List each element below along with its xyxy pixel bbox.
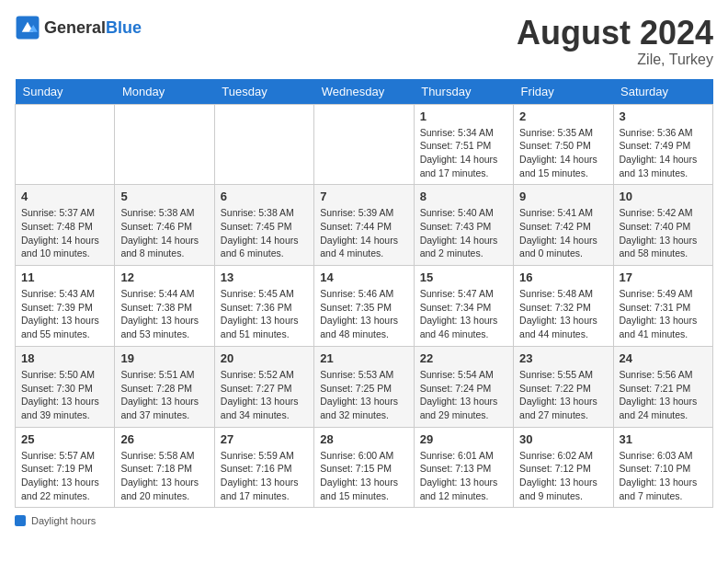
calendar-cell: 10Sunrise: 5:42 AM Sunset: 7:40 PM Dayli…	[613, 185, 712, 266]
calendar-cell: 17Sunrise: 5:49 AM Sunset: 7:31 PM Dayli…	[613, 266, 712, 347]
day-info: Sunrise: 5:35 AM Sunset: 7:50 PM Dayligh…	[519, 126, 607, 180]
day-info: Sunrise: 5:43 AM Sunset: 7:39 PM Dayligh…	[21, 287, 108, 341]
day-number: 11	[21, 270, 108, 284]
calendar-week-row: 4Sunrise: 5:37 AM Sunset: 7:48 PM Daylig…	[16, 185, 713, 266]
day-info: Sunrise: 5:41 AM Sunset: 7:42 PM Dayligh…	[519, 206, 607, 260]
calendar-cell: 9Sunrise: 5:41 AM Sunset: 7:42 PM Daylig…	[514, 185, 613, 266]
calendar-cell	[214, 104, 313, 185]
calendar-cell: 30Sunrise: 6:02 AM Sunset: 7:12 PM Dayli…	[514, 427, 613, 508]
calendar-cell: 16Sunrise: 5:48 AM Sunset: 7:32 PM Dayli…	[514, 266, 613, 347]
day-number: 10	[620, 190, 707, 203]
calendar-cell: 7Sunrise: 5:39 AM Sunset: 7:44 PM Daylig…	[314, 185, 414, 266]
weekday-header: Saturday	[613, 79, 712, 105]
header-row: SundayMondayTuesdayWednesdayThursdayFrid…	[16, 79, 713, 105]
calendar-week-row: 18Sunrise: 5:50 AM Sunset: 7:30 PM Dayli…	[16, 346, 713, 427]
day-number: 2	[519, 109, 607, 123]
calendar-cell: 28Sunrise: 6:00 AM Sunset: 7:15 PM Dayli…	[314, 427, 414, 508]
calendar-cell: 14Sunrise: 5:46 AM Sunset: 7:35 PM Dayli…	[314, 266, 414, 347]
day-info: Sunrise: 5:54 AM Sunset: 7:24 PM Dayligh…	[420, 368, 507, 422]
day-info: Sunrise: 5:34 AM Sunset: 7:51 PM Dayligh…	[420, 126, 507, 180]
logo-general: General	[44, 18, 106, 37]
location: Zile, Turkey	[517, 52, 713, 68]
day-number: 21	[320, 351, 407, 365]
footer: Daylight hours	[15, 515, 713, 526]
weekday-header: Thursday	[414, 79, 513, 105]
weekday-header: Friday	[514, 79, 613, 105]
calendar-cell: 11Sunrise: 5:43 AM Sunset: 7:39 PM Dayli…	[16, 266, 115, 347]
day-number: 23	[519, 351, 607, 365]
day-info: Sunrise: 5:51 AM Sunset: 7:28 PM Dayligh…	[120, 368, 208, 422]
day-number: 17	[620, 270, 707, 284]
day-number: 15	[420, 270, 507, 284]
day-info: Sunrise: 6:03 AM Sunset: 7:10 PM Dayligh…	[620, 449, 707, 503]
day-info: Sunrise: 5:50 AM Sunset: 7:30 PM Dayligh…	[21, 368, 108, 422]
calendar-cell: 2Sunrise: 5:35 AM Sunset: 7:50 PM Daylig…	[514, 104, 613, 185]
weekday-header: Wednesday	[314, 79, 414, 105]
day-info: Sunrise: 5:36 AM Sunset: 7:49 PM Dayligh…	[620, 126, 707, 180]
day-number: 20	[221, 351, 308, 365]
day-info: Sunrise: 6:00 AM Sunset: 7:15 PM Dayligh…	[320, 449, 407, 503]
day-number: 7	[320, 190, 407, 203]
day-number: 12	[120, 270, 208, 284]
logo-icon	[15, 15, 40, 40]
day-info: Sunrise: 5:46 AM Sunset: 7:35 PM Dayligh…	[320, 287, 407, 341]
calendar-cell: 24Sunrise: 5:56 AM Sunset: 7:21 PM Dayli…	[613, 346, 712, 427]
weekday-header: Monday	[115, 79, 214, 105]
day-info: Sunrise: 5:49 AM Sunset: 7:31 PM Dayligh…	[620, 287, 707, 341]
day-number: 3	[620, 109, 707, 123]
weekday-header: Tuesday	[214, 79, 313, 105]
calendar-cell: 21Sunrise: 5:53 AM Sunset: 7:25 PM Dayli…	[314, 346, 414, 427]
calendar-cell: 12Sunrise: 5:44 AM Sunset: 7:38 PM Dayli…	[115, 266, 214, 347]
month-year: August 2024	[517, 15, 713, 52]
calendar-cell: 19Sunrise: 5:51 AM Sunset: 7:28 PM Dayli…	[115, 346, 214, 427]
day-info: Sunrise: 5:38 AM Sunset: 7:46 PM Dayligh…	[120, 206, 208, 260]
logo-blue: Blue	[106, 18, 142, 37]
day-info: Sunrise: 5:48 AM Sunset: 7:32 PM Dayligh…	[519, 287, 607, 341]
day-info: Sunrise: 5:56 AM Sunset: 7:21 PM Dayligh…	[620, 368, 707, 422]
calendar-cell: 26Sunrise: 5:58 AM Sunset: 7:18 PM Dayli…	[115, 427, 214, 508]
calendar-cell: 15Sunrise: 5:47 AM Sunset: 7:34 PM Dayli…	[414, 266, 513, 347]
calendar-cell: 13Sunrise: 5:45 AM Sunset: 7:36 PM Dayli…	[214, 266, 313, 347]
calendar-week-row: 11Sunrise: 5:43 AM Sunset: 7:39 PM Dayli…	[16, 266, 713, 347]
calendar-cell: 5Sunrise: 5:38 AM Sunset: 7:46 PM Daylig…	[115, 185, 214, 266]
day-info: Sunrise: 5:47 AM Sunset: 7:34 PM Dayligh…	[420, 287, 507, 341]
day-number: 27	[221, 432, 308, 446]
calendar-cell: 20Sunrise: 5:52 AM Sunset: 7:27 PM Dayli…	[214, 346, 313, 427]
day-number: 30	[519, 432, 607, 446]
day-info: Sunrise: 5:57 AM Sunset: 7:19 PM Dayligh…	[21, 449, 108, 503]
day-info: Sunrise: 6:02 AM Sunset: 7:12 PM Dayligh…	[519, 449, 607, 503]
calendar-cell: 8Sunrise: 5:40 AM Sunset: 7:43 PM Daylig…	[414, 185, 513, 266]
day-number: 24	[620, 351, 707, 365]
day-number: 26	[120, 432, 208, 446]
day-number: 18	[21, 351, 108, 365]
day-number: 5	[120, 190, 208, 203]
day-number: 13	[221, 270, 308, 284]
calendar-cell: 18Sunrise: 5:50 AM Sunset: 7:30 PM Dayli…	[16, 346, 115, 427]
calendar-cell: 25Sunrise: 5:57 AM Sunset: 7:19 PM Dayli…	[16, 427, 115, 508]
day-number: 14	[320, 270, 407, 284]
footer-label: Daylight hours	[31, 515, 96, 526]
day-info: Sunrise: 5:39 AM Sunset: 7:44 PM Dayligh…	[320, 206, 407, 260]
day-number: 31	[620, 432, 707, 446]
calendar-cell: 22Sunrise: 5:54 AM Sunset: 7:24 PM Dayli…	[414, 346, 513, 427]
logo: GeneralBlue	[15, 15, 142, 40]
day-number: 6	[221, 190, 308, 203]
day-info: Sunrise: 5:59 AM Sunset: 7:16 PM Dayligh…	[221, 449, 308, 503]
calendar-cell	[115, 104, 214, 185]
calendar-week-row: 1Sunrise: 5:34 AM Sunset: 7:51 PM Daylig…	[16, 104, 713, 185]
day-number: 19	[120, 351, 208, 365]
day-number: 29	[420, 432, 507, 446]
calendar-cell: 29Sunrise: 6:01 AM Sunset: 7:13 PM Dayli…	[414, 427, 513, 508]
calendar-cell: 4Sunrise: 5:37 AM Sunset: 7:48 PM Daylig…	[16, 185, 115, 266]
day-info: Sunrise: 5:58 AM Sunset: 7:18 PM Dayligh…	[120, 449, 208, 503]
day-number: 4	[21, 190, 108, 203]
day-info: Sunrise: 6:01 AM Sunset: 7:13 PM Dayligh…	[420, 449, 507, 503]
weekday-header: Sunday	[16, 79, 115, 105]
calendar-cell	[16, 104, 115, 185]
day-info: Sunrise: 5:37 AM Sunset: 7:48 PM Dayligh…	[21, 206, 108, 260]
day-info: Sunrise: 5:45 AM Sunset: 7:36 PM Dayligh…	[221, 287, 308, 341]
calendar-table: SundayMondayTuesdayWednesdayThursdayFrid…	[15, 79, 713, 509]
calendar-cell: 27Sunrise: 5:59 AM Sunset: 7:16 PM Dayli…	[214, 427, 313, 508]
calendar-cell: 1Sunrise: 5:34 AM Sunset: 7:51 PM Daylig…	[414, 104, 513, 185]
footer-dot	[15, 515, 26, 526]
